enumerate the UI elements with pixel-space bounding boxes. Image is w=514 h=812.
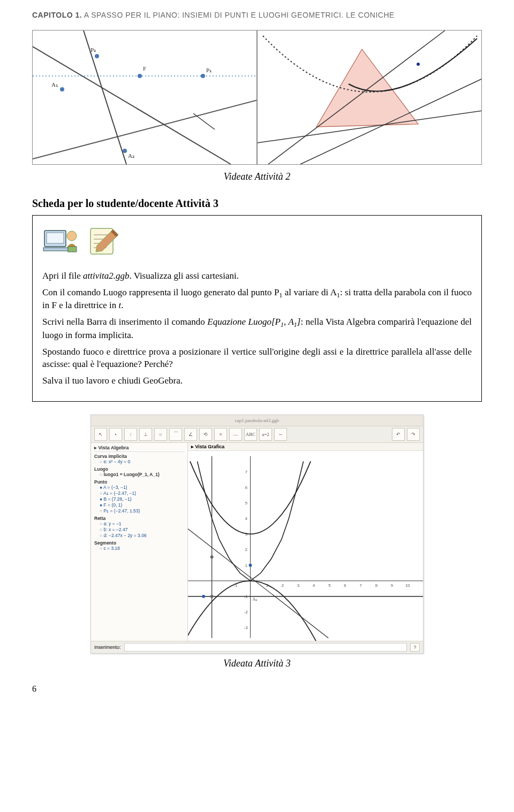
- activity-box: Apri il file attivita2.ggb. Visualizza g…: [32, 215, 482, 402]
- tool-perp[interactable]: ⊥: [139, 428, 152, 441]
- item-luogo[interactable]: luogo1 = Luogo(P_1, A_1): [94, 472, 184, 478]
- tool-pan[interactable]: ↔: [274, 428, 287, 441]
- item-seg-c[interactable]: c = 3.18: [94, 546, 184, 551]
- activity-p2: Con il comando Luogo rappresenta il luog…: [42, 287, 472, 312]
- svg-point-6: [201, 74, 205, 78]
- tool-arc[interactable]: ⌒: [169, 428, 182, 441]
- tool-line[interactable]: /: [124, 428, 137, 441]
- item-eq[interactable]: e: x² − 4y = 0: [94, 459, 184, 465]
- svg-text:3: 3: [297, 583, 299, 588]
- graphics-title: ▸ Vista Grafica: [188, 443, 423, 451]
- activity-text: Apri il file attivita2.ggb. Visualizza g…: [42, 270, 472, 387]
- svg-text:5: 5: [245, 501, 247, 505]
- activity-p3: Scrivi nella Barra di inserimento il com…: [42, 316, 472, 341]
- svg-text:4: 4: [313, 583, 315, 588]
- tool-redo[interactable]: ↷: [407, 428, 420, 441]
- svg-point-4: [95, 54, 99, 58]
- algebra-title: ▸ Vista Algebra: [94, 445, 184, 452]
- svg-text:-2: -2: [244, 610, 248, 615]
- svg-line-3: [33, 47, 231, 164]
- item-retta-b[interactable]: b: x = −2.47: [94, 527, 184, 533]
- svg-text:8: 8: [375, 583, 377, 588]
- item-a[interactable]: A = (−3, −1): [94, 485, 184, 491]
- svg-text:6: 6: [245, 485, 247, 489]
- chapter-label: CAPITOLO 1.: [32, 11, 82, 19]
- item-retta-d[interactable]: d: −2.47x − 2y = 3.06: [94, 533, 184, 539]
- svg-text:9: 9: [391, 583, 393, 588]
- tool-point[interactable]: •: [109, 428, 122, 441]
- svg-text:4: 4: [245, 516, 248, 521]
- tool-equal[interactable]: ≡: [214, 428, 227, 441]
- cat-segmento: Segmento: [94, 540, 184, 546]
- chapter-title: A SPASSO PER IL PIANO: INSIEMI DI PUNTI …: [84, 11, 395, 19]
- tool-transform[interactable]: ⟲: [199, 428, 212, 441]
- svg-point-14: [417, 63, 420, 66]
- svg-rect-19: [68, 247, 77, 252]
- cat-retta: Retta: [94, 516, 184, 521]
- label-f: F: [143, 65, 146, 72]
- geogebra-screenshot: cap1.parabola-att3.ggb ↖ • / ⊥ ○ ⌒ ∠ ⟲ ≡…: [90, 415, 424, 654]
- item-b[interactable]: B = (7.28, −1): [94, 496, 184, 502]
- tool-text[interactable]: ABC: [244, 428, 257, 441]
- input-help-icon[interactable]: ?: [410, 643, 420, 652]
- figure-right: [257, 30, 482, 165]
- item-f[interactable]: F = (0, 1): [94, 502, 184, 508]
- item-p1[interactable]: P₁ = (−2.47, 1.53): [94, 508, 184, 514]
- svg-text:5: 5: [328, 583, 330, 588]
- tool-angle[interactable]: ∠: [184, 428, 197, 441]
- label-a1: A₁: [51, 81, 58, 88]
- svg-point-7: [60, 87, 64, 91]
- tool-slider[interactable]: a=2: [259, 428, 272, 441]
- svg-rect-17: [43, 248, 68, 251]
- activity-p1: Apri il file attivita2.ggb. Visualizza g…: [42, 270, 472, 282]
- algebra-view[interactable]: ▸ Vista Algebra Curva implicita e: x² − …: [91, 443, 188, 641]
- svg-text:10: 10: [405, 583, 410, 588]
- svg-line-1: [33, 100, 257, 159]
- window-filename: cap1.parabola-att3.ggb: [235, 418, 279, 423]
- svg-text:2: 2: [282, 583, 284, 588]
- svg-point-50: [249, 563, 252, 566]
- chapter-header: CAPITOLO 1. A SPASSO PER IL PIANO: INSIE…: [32, 11, 482, 19]
- svg-text:6: 6: [344, 583, 346, 588]
- svg-line-12: [268, 30, 445, 164]
- activity-p5: Salva il tuo lavoro e chiudi GeoGebra.: [42, 375, 472, 387]
- svg-text:7: 7: [245, 469, 247, 474]
- svg-point-18: [67, 231, 77, 241]
- cat-punto: Punto: [94, 479, 184, 485]
- label-p2: P₂: [90, 47, 96, 53]
- cat-luogo: Luogo: [94, 466, 184, 472]
- tool-segment[interactable]: —: [229, 428, 242, 441]
- svg-text:1: 1: [245, 563, 247, 568]
- svg-point-53: [202, 595, 205, 598]
- tool-move[interactable]: ↖: [94, 428, 107, 441]
- computer-person-icon: [42, 225, 80, 258]
- svg-line-9: [193, 113, 215, 129]
- cat-curva: Curva implicita: [94, 454, 184, 459]
- item-a1[interactable]: A₁ = (−2.47, −1): [94, 491, 184, 496]
- svg-point-51: [210, 555, 214, 558]
- figure-caption-1: Videate Attività 2: [32, 171, 482, 182]
- section-title: Scheda per lo studente/docente Attività …: [32, 197, 482, 210]
- figures-row: P₂ F P₁ A₁ A₂: [32, 30, 482, 165]
- tool-circle[interactable]: ○: [154, 428, 167, 441]
- svg-rect-16: [47, 233, 64, 243]
- input-bar: Inserimento: ?: [91, 641, 423, 653]
- label-a2: A₂: [128, 152, 134, 159]
- svg-point-8: [123, 149, 127, 153]
- toolbar: ↖ • / ⊥ ○ ⌒ ∠ ⟲ ≡ — ABC a=2 ↔ ↶ ↷: [91, 426, 423, 443]
- svg-text:A₁: A₁: [252, 596, 257, 601]
- notes-pencil-icon: [86, 225, 124, 258]
- label-p1: P₁: [206, 67, 211, 73]
- input-field[interactable]: [124, 643, 407, 652]
- figure-caption-2: Videata Attività 3: [32, 658, 482, 669]
- icon-row: [42, 225, 472, 258]
- tool-undo[interactable]: ↶: [392, 428, 405, 441]
- page-number: 6: [32, 684, 482, 694]
- svg-line-49: [188, 528, 328, 638]
- input-label: Inserimento:: [94, 645, 121, 650]
- svg-marker-10: [316, 49, 418, 127]
- figure-left: P₂ F P₁ A₁ A₂: [32, 30, 257, 165]
- svg-text:7: 7: [360, 583, 362, 588]
- graphics-view[interactable]: ▸ Vista Grafica -1 1 2 3 4 5 6 7: [188, 443, 423, 641]
- item-retta-a[interactable]: a: y = −1: [94, 521, 184, 527]
